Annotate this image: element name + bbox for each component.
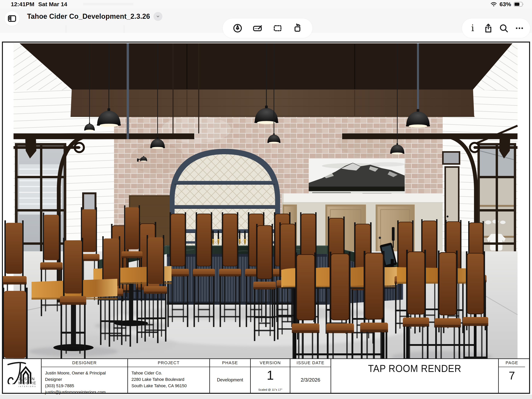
project-header: PROJECT (128, 359, 209, 367)
share-icon[interactable] (483, 23, 493, 33)
title-block: JUSTIN MOORE INTERIORS DESIGNER Justin M… (3, 358, 529, 393)
document-title-control[interactable]: Tahoe Cider Co_Development_2.3.26 (27, 12, 162, 21)
project-cell: PROJECT Tahoe Cider Co. 2280 Lake Tahoe … (128, 359, 210, 393)
project-address1: 2280 Lake Tahoe Boulevard (132, 376, 206, 383)
pdf-page[interactable]: JUSTIN MOORE INTERIORS DESIGNER Justin M… (2, 42, 530, 394)
rotate-icon[interactable] (292, 23, 303, 33)
issue-date-header: ISSUE DATE (290, 359, 330, 367)
bottom-strip (0, 395, 532, 399)
designer-cell: DESIGNER Justin Moore, Owner & Principal… (42, 359, 128, 393)
status-time: 12:41PM (11, 1, 34, 7)
chevron-down-icon[interactable] (153, 12, 162, 21)
page-header: PAGE (499, 359, 525, 367)
search-icon[interactable] (499, 23, 509, 33)
version-header: VERSION (251, 359, 290, 367)
designer-phone: (303) 519-7885 (45, 383, 124, 389)
info-icon[interactable]: i (468, 23, 478, 33)
mountain-photo (309, 159, 405, 195)
phase-value: Development (210, 367, 250, 393)
logo-justin: JUSTIN (18, 377, 37, 381)
sidebar-button[interactable] (5, 11, 19, 26)
project-name: Tahoe Cider Co. (132, 370, 206, 376)
toolbar: Tahoe Cider Co_Development_2.3.26 (0, 8, 532, 33)
pencil-tool-icon[interactable] (233, 23, 243, 33)
version-note: Scaled @ 11"x 17" (251, 388, 290, 391)
battery-percent: 63% (500, 1, 511, 7)
designer-email: justin@justinmooreinteriors.com (45, 389, 124, 395)
status-bar: 12:41PM Sat Mar 14 63% (0, 0, 532, 8)
page-number: 7 (499, 369, 525, 382)
page-cell: PAGE 7 (499, 359, 525, 393)
ghost-line (124, 25, 124, 33)
ghost-line (66, 25, 66, 33)
designer-name: Justin Moore, Owner & Principal Designer (45, 370, 124, 383)
selection-icon[interactable] (272, 23, 283, 33)
battery-icon (513, 1, 524, 7)
actions-group: i (462, 19, 530, 38)
document-title: Tahoe Cider Co_Development_2.3.26 (27, 12, 150, 20)
issue-date-value: 2/3/2026 (290, 367, 330, 393)
fill-and-sign-icon[interactable] (253, 23, 263, 33)
logo-cell: JUSTIN MOORE INTERIORS (3, 359, 42, 393)
logo-interiors: INTERIORS (18, 386, 37, 387)
status-date: Sat Mar 14 (38, 1, 67, 7)
ghost-text (83, 3, 133, 6)
svg-text:i: i (471, 23, 474, 33)
project-address2: South Lake Tahoe, CA 96150 (132, 383, 206, 389)
markup-tools-group (223, 19, 312, 38)
sheet-title-cell: TAP ROOM RENDER (331, 359, 499, 393)
phase-header: PHASE (210, 359, 250, 367)
designer-header: DESIGNER (42, 359, 127, 367)
version-cell: VERSION 1 Scaled @ 11"x 17" (251, 359, 290, 393)
logo-moore: MOORE (18, 381, 37, 385)
wifi-icon (490, 1, 497, 7)
ipad-screen: 12:41PM Sat Mar 14 63% (0, 0, 532, 399)
phase-cell: PHASE Development (210, 359, 251, 393)
version-value: 1 (251, 368, 290, 383)
sidebar-icon (7, 13, 17, 24)
issue-date-cell: ISSUE DATE 2/3/2026 (290, 359, 331, 393)
more-icon[interactable] (514, 23, 525, 33)
tap-room-render (3, 43, 529, 358)
sheet-title: TAP ROOM RENDER (331, 363, 498, 374)
